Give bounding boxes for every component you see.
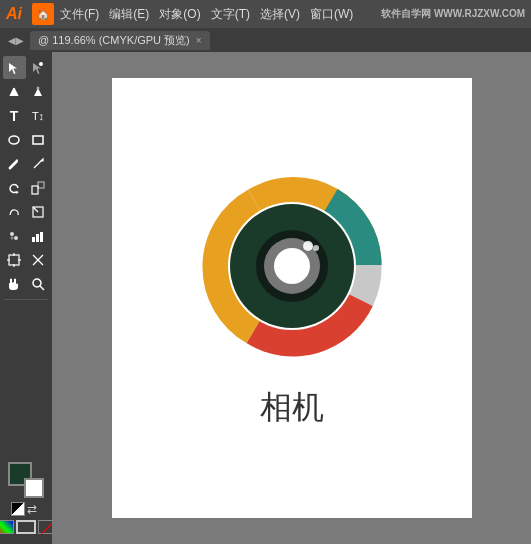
tab-label: @ 119.66% (CMYK/GPU 预览) xyxy=(38,33,190,48)
menu-select[interactable]: 选择(V) xyxy=(260,6,300,23)
app-logo: Ai xyxy=(6,5,22,23)
tool-row-transform xyxy=(3,176,50,199)
svg-point-9 xyxy=(10,232,14,236)
svg-rect-6 xyxy=(38,182,44,188)
svg-point-2 xyxy=(9,136,19,144)
swap-colors-button[interactable]: ⇄ xyxy=(27,502,41,516)
tool-row-type: T T↕ xyxy=(3,104,50,127)
default-colors-button[interactable] xyxy=(11,502,25,516)
svg-rect-13 xyxy=(36,234,39,242)
document-tab[interactable]: @ 119.66% (CMYK/GPU 预览) × xyxy=(30,31,210,50)
tab-collapse-button[interactable]: ◀▶ xyxy=(8,35,24,46)
hand-tool[interactable] xyxy=(3,272,26,295)
svg-point-10 xyxy=(14,236,18,240)
paintbrush-tool[interactable] xyxy=(3,152,26,175)
tool-row-view xyxy=(3,272,50,295)
mini-swatches: ⇄ xyxy=(11,502,41,516)
tab-bar: ◀▶ @ 119.66% (CMYK/GPU 预览) × xyxy=(0,28,531,52)
select-tool[interactable] xyxy=(3,56,26,79)
tool-row-symbol xyxy=(3,224,50,247)
tool-row-brush xyxy=(3,152,50,175)
main-area: T T↕ xyxy=(0,52,531,544)
svg-rect-5 xyxy=(32,186,38,194)
warp-tool[interactable] xyxy=(3,200,26,223)
pencil-tool[interactable] xyxy=(27,152,50,175)
svg-point-0 xyxy=(39,62,43,66)
camera-icon-group: 相机 xyxy=(192,166,392,430)
rotate-tool[interactable] xyxy=(3,176,26,199)
menu-bar: 文件(F) 编辑(E) 对象(O) 文字(T) 选择(V) 窗口(W) xyxy=(60,6,353,23)
tool-row-select xyxy=(3,56,50,79)
tool-row-artboard xyxy=(3,248,50,271)
gradient-button[interactable] xyxy=(16,520,36,534)
svg-point-29 xyxy=(303,241,313,251)
type-tool[interactable]: T xyxy=(3,104,26,127)
svg-point-1 xyxy=(37,86,40,89)
direct-select-tool[interactable] xyxy=(27,56,50,79)
symbol-tool[interactable] xyxy=(3,224,26,247)
color-mode-buttons xyxy=(0,520,58,534)
artboard: 相机 xyxy=(112,78,472,518)
vertical-type-tool[interactable]: T↕ xyxy=(27,104,50,127)
toolbar-divider xyxy=(4,299,48,300)
menu-window[interactable]: 窗口(W) xyxy=(310,6,353,23)
title-bar: Ai 🏠 文件(F) 编辑(E) 对象(O) 文字(T) 选择(V) 窗口(W)… xyxy=(0,0,531,28)
home-icon[interactable]: 🏠 xyxy=(32,3,54,25)
menu-edit[interactable]: 编辑(E) xyxy=(109,6,149,23)
svg-point-11 xyxy=(11,236,14,239)
color-fill-button[interactable] xyxy=(0,520,14,534)
svg-point-28 xyxy=(274,248,310,284)
canvas-area: 相机 xyxy=(52,52,531,544)
camera-svg xyxy=(192,166,392,366)
svg-point-30 xyxy=(313,245,319,251)
anchor-pen-tool[interactable] xyxy=(27,80,50,103)
camera-label: 相机 xyxy=(260,386,324,430)
svg-rect-3 xyxy=(33,136,43,144)
svg-line-8 xyxy=(33,207,38,212)
background-color[interactable] xyxy=(24,478,44,498)
svg-line-23 xyxy=(40,286,44,290)
tool-row-pen xyxy=(3,80,50,103)
ellipse-tool[interactable] xyxy=(3,128,26,151)
svg-line-4 xyxy=(34,161,41,168)
svg-rect-15 xyxy=(9,255,19,265)
color-swatches xyxy=(8,462,44,498)
slice-tool[interactable] xyxy=(27,248,50,271)
tool-row-shape xyxy=(3,128,50,151)
graph-tool[interactable] xyxy=(27,224,50,247)
svg-rect-14 xyxy=(40,232,43,242)
color-section: ⇄ xyxy=(0,456,58,540)
menu-object[interactable]: 对象(O) xyxy=(159,6,200,23)
menu-type[interactable]: 文字(T) xyxy=(211,6,250,23)
pen-tool[interactable] xyxy=(3,80,26,103)
tab-close-button[interactable]: × xyxy=(196,35,202,46)
left-toolbar: T T↕ xyxy=(0,52,52,544)
rect-tool[interactable] xyxy=(27,128,50,151)
tool-row-warp xyxy=(3,200,50,223)
scale-tool[interactable] xyxy=(27,176,50,199)
artboard-tool[interactable] xyxy=(3,248,26,271)
svg-rect-12 xyxy=(32,237,35,242)
svg-point-22 xyxy=(33,279,41,287)
zoom-tool[interactable] xyxy=(27,272,50,295)
watermark: 软件自学网 WWW.RJZXW.COM xyxy=(381,7,525,21)
menu-file[interactable]: 文件(F) xyxy=(60,6,99,23)
free-transform-tool[interactable] xyxy=(27,200,50,223)
